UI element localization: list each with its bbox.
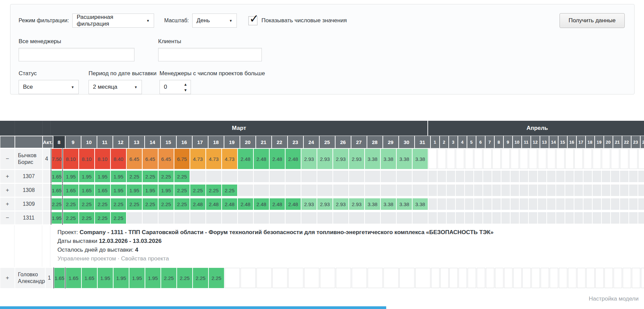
value-cell xyxy=(415,268,431,288)
empty-cell xyxy=(438,198,446,210)
value-cell xyxy=(288,268,304,288)
value-cell: 3.38 xyxy=(380,197,396,211)
workload-value: 2.93 xyxy=(301,149,317,169)
value-cell xyxy=(396,170,412,183)
workload-value: 2.25 xyxy=(161,268,176,288)
expander-toggle[interactable]: + xyxy=(0,268,15,288)
value-cell xyxy=(528,148,538,169)
project-properties-link[interactable]: Свойства проекта xyxy=(121,255,169,262)
expander-toggle[interactable]: − xyxy=(0,149,15,169)
day-number: 11 xyxy=(97,136,113,148)
project-management-link[interactable]: Управление проектом xyxy=(57,255,116,262)
day-header-cell: 28 xyxy=(367,136,383,148)
managers-filter-input[interactable] xyxy=(19,48,134,61)
value-cell xyxy=(547,184,556,197)
min-projects-stepper[interactable]: 0 ▲ ▼ xyxy=(159,80,191,94)
value-cell: 2.25 xyxy=(142,197,158,211)
workload-value: 2.93 xyxy=(301,198,317,210)
value-cell xyxy=(501,211,510,225)
value-cell xyxy=(592,148,601,169)
day-header-cell: 30 xyxy=(399,136,415,148)
value-cell xyxy=(629,148,638,169)
status-select[interactable]: Все ▼ xyxy=(19,80,79,94)
value-cell: 2.48 xyxy=(269,148,285,169)
day-number: 6 xyxy=(476,136,485,148)
clients-filter-input[interactable] xyxy=(158,48,262,61)
value-cell xyxy=(592,184,601,197)
day-number: 3 xyxy=(449,136,457,148)
value-cell: 7.50 xyxy=(51,148,63,169)
empty-cell xyxy=(474,198,482,210)
filter-mode-select[interactable]: Расширенная фильтрация ▼ xyxy=(72,13,154,28)
empty-cell xyxy=(413,212,428,224)
value-cell: 1.95 xyxy=(79,170,95,183)
value-cell xyxy=(604,268,613,288)
workload-value: 6.45 xyxy=(127,149,142,169)
value-cell: 3.38 xyxy=(412,148,428,169)
value-cell: 2.25 xyxy=(190,184,206,197)
day-number: 8 xyxy=(53,136,65,148)
workload-value: 2.25 xyxy=(174,171,190,182)
empty-cell xyxy=(620,212,628,224)
expander-cell: − xyxy=(0,211,15,225)
scale-label: Масштаб: xyxy=(164,18,189,24)
empty-cell xyxy=(565,185,574,196)
horizontal-scrollbar-thumb[interactable] xyxy=(0,306,386,309)
value-cell xyxy=(574,211,583,225)
value-cell xyxy=(486,268,495,288)
empty-cell xyxy=(483,171,492,182)
empty-cell xyxy=(438,212,446,224)
expander-toggle[interactable]: + xyxy=(0,198,15,210)
model-settings-link[interactable]: Настройка модели xyxy=(589,296,639,302)
empty-cell xyxy=(492,185,501,196)
value-cell xyxy=(601,148,611,169)
empty-cell xyxy=(483,185,492,196)
value-cell xyxy=(317,170,333,183)
empty-cell xyxy=(511,149,519,169)
value-cell xyxy=(556,197,565,211)
empty-cell xyxy=(456,198,464,210)
empty-cell xyxy=(501,185,510,196)
value-cell: 2.25 xyxy=(51,197,63,211)
value-cell: 2.25 xyxy=(222,184,238,197)
value-cell: 3.38 xyxy=(380,148,396,169)
show-values-checkbox[interactable]: ✓ xyxy=(248,16,257,25)
value-cell xyxy=(437,197,446,211)
value-cell: 1.65 xyxy=(81,268,97,288)
value-cell: 1.95 xyxy=(145,268,161,288)
empty-cell xyxy=(438,171,446,182)
stepper-down-icon[interactable]: ▼ xyxy=(184,88,188,92)
stepper-up-icon[interactable]: ▲ xyxy=(184,83,188,86)
active-count xyxy=(43,198,50,210)
value-cell: 1.95 xyxy=(51,211,63,225)
value-cell xyxy=(317,184,333,197)
value-cell xyxy=(492,184,501,197)
empty-cell xyxy=(559,268,567,288)
workload-value: 2.25 xyxy=(174,198,190,210)
workload-value: 2.25 xyxy=(190,185,205,196)
value-cell: 2.25 xyxy=(142,170,158,183)
value-cell: 3.38 xyxy=(396,148,412,169)
value-cell xyxy=(565,148,574,169)
empty-cell xyxy=(611,171,619,182)
scale-select[interactable]: День ▼ xyxy=(192,13,237,28)
manager-row: −Бычков Борис47.508.108.108.108.406.456.… xyxy=(0,148,644,169)
value-cell: 1.95 xyxy=(142,184,158,197)
filter-mode-value: Расширенная фильтрация xyxy=(77,14,143,27)
empty-cell xyxy=(449,268,458,288)
value-cell xyxy=(601,184,611,197)
expander-toggle[interactable]: + xyxy=(0,170,15,183)
active-count: 1 xyxy=(46,268,53,288)
value-cell xyxy=(320,268,336,288)
expander-toggle[interactable]: − xyxy=(0,212,15,224)
value-cell xyxy=(437,184,446,197)
workload-value: 1.95 xyxy=(111,171,126,182)
month-header-spacer-name xyxy=(15,121,43,136)
day-header-cell: 24 xyxy=(640,136,644,148)
expander-toggle[interactable]: + xyxy=(0,184,15,197)
fetch-data-button[interactable]: Получить данные xyxy=(560,13,625,28)
empty-cell xyxy=(333,185,348,196)
value-cell xyxy=(510,170,519,183)
workload-value: 2.25 xyxy=(52,198,62,210)
period-select[interactable]: 2 месяца ▼ xyxy=(89,80,142,94)
